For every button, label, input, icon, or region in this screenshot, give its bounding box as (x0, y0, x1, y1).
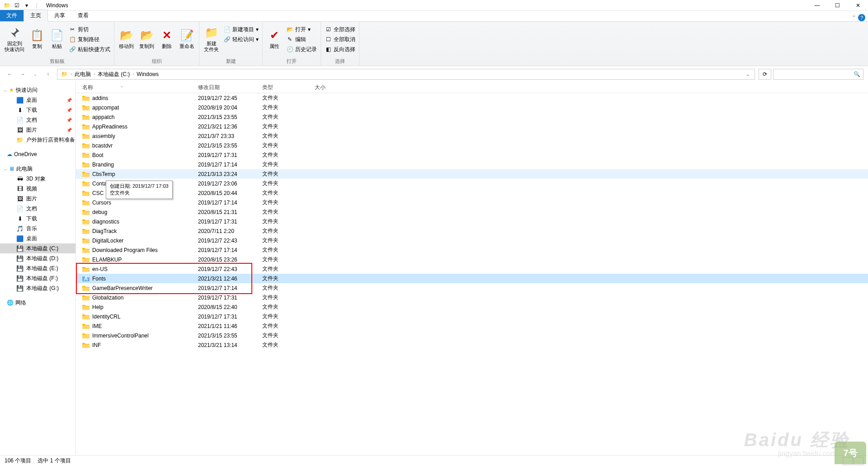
minimize-button[interactable]: — (807, 0, 827, 11)
thumbnails-view-button[interactable] (854, 457, 863, 465)
file-row[interactable]: debug2020/8/15 21:31文件夹 (76, 207, 868, 217)
item-icon: 🟦 (16, 96, 24, 104)
easy-access-button[interactable]: 🔗轻松访问▾ (222, 34, 260, 44)
network-header[interactable]: ›🌐网络 (0, 298, 75, 308)
recent-dropdown[interactable]: ⌄ (30, 69, 41, 80)
file-row[interactable]: bcastdvr2021/3/15 23:55文件夹 (76, 141, 868, 150)
sidebar-item[interactable]: 📄文档📌 (0, 115, 75, 125)
sidebar-item[interactable]: 🖼图片 (0, 194, 75, 204)
file-row[interactable]: Boot2019/12/7 17:31文件夹 (76, 150, 868, 160)
file-row[interactable]: ELAMBKUP2020/8/15 23:26文件夹 (76, 255, 868, 264)
open-button[interactable]: 📂打开▾ (284, 24, 319, 34)
this-pc-header[interactable]: ⌄🖥此电脑 (0, 164, 75, 174)
sidebar-item[interactable]: 🎵音乐 (0, 223, 75, 233)
file-row[interactable]: IdentityCRL2019/12/7 17:31文件夹 (76, 312, 868, 321)
sidebar-item[interactable]: 💾本地磁盘 (C:) (0, 243, 75, 253)
file-row[interactable]: Help2020/8/15 22:40文件夹 (76, 302, 868, 312)
tab-file[interactable]: 文件 (0, 10, 24, 21)
paste-button[interactable]: 📄 粘贴 (47, 23, 67, 55)
copy-path-button[interactable]: 📋复制路径 (67, 34, 112, 44)
forward-button[interactable]: → (17, 69, 28, 80)
copy-to-button[interactable]: 📂复制到 (137, 23, 157, 55)
select-all-button[interactable]: ☑全部选择 (323, 24, 357, 34)
navigation-tree[interactable]: ⌄★快速访问 🟦桌面📌⬇下载📌📄文档📌🖼图片📌📁户外旅行店资料准备 ›☁OneD… (0, 82, 76, 455)
file-row[interactable]: DiagTrack2020/7/11 2:20文件夹 (76, 226, 868, 236)
file-row[interactable]: Downloaded Program Files2019/12/7 17:14文… (76, 245, 868, 255)
copy-button[interactable]: 📋 复制 (27, 23, 47, 55)
column-name[interactable]: 名称⌃ (76, 84, 193, 91)
sidebar-item[interactable]: 💾本地磁盘 (D:) (0, 253, 75, 263)
file-row[interactable]: Branding2019/12/7 17:14文件夹 (76, 160, 868, 169)
sidebar-item[interactable]: ⬇下载 (0, 214, 75, 223)
tab-share[interactable]: 共享 (48, 10, 71, 21)
sidebar-item[interactable]: 🟦桌面📌 (0, 95, 75, 105)
search-input[interactable]: 🔍 (773, 69, 863, 80)
breadcrumb[interactable]: 📁 › 此电脑 › 本地磁盘 (C:) › Windows ⌄ (57, 69, 755, 80)
file-row[interactable]: Containers2019/12/7 23:06文件夹 (76, 179, 868, 188)
rename-button[interactable]: 📝重命名 (177, 23, 197, 55)
file-row[interactable]: Cursors2019/12/7 17:14文件夹 (76, 198, 868, 207)
sidebar-item[interactable]: 📁户外旅行店资料准备 (0, 135, 75, 145)
file-row[interactable]: assembly2021/3/7 23:33文件夹 (76, 131, 868, 141)
help-icon[interactable]: ? (858, 14, 865, 21)
crumb-item[interactable]: 本地磁盘 (C:) (96, 70, 132, 79)
sidebar-item[interactable]: 🕶3D 对象 (0, 174, 75, 184)
sidebar-item[interactable]: 🎞视频 (0, 184, 75, 194)
file-row[interactable]: INF2021/3/21 13:14文件夹 (76, 340, 868, 350)
onedrive-header[interactable]: ›☁OneDrive (0, 149, 75, 159)
sidebar-item[interactable]: 💾本地磁盘 (F:) (0, 273, 75, 283)
edit-button[interactable]: ✎编辑 (284, 34, 319, 44)
back-button[interactable]: ← (5, 69, 15, 80)
file-row[interactable]: en-US2019/12/7 22:43文件夹 (76, 264, 868, 274)
sidebar-item[interactable]: 📄文档 (0, 204, 75, 214)
file-row[interactable]: IME2021/1/21 11:46文件夹 (76, 321, 868, 331)
file-row[interactable]: addins2019/12/7 22:45文件夹 (76, 93, 868, 103)
sidebar-item[interactable]: 💾本地磁盘 (E:) (0, 263, 75, 273)
new-folder-button[interactable]: 📁新建 文件夹 (201, 23, 222, 55)
cut-button[interactable]: ✂剪切 (67, 24, 112, 34)
column-size[interactable]: 大小 (310, 84, 346, 91)
file-row[interactable]: CSC2020/8/15 20:44文件夹 (76, 188, 868, 198)
properties-button[interactable]: ✔属性 (264, 23, 284, 55)
file-row[interactable]: AFonts2021/3/21 12:46文件夹 (76, 274, 868, 283)
history-button[interactable]: 🕘历史记录 (284, 44, 319, 54)
sidebar-item[interactable]: 🟦桌面 (0, 233, 75, 243)
up-button[interactable]: ↑ (42, 69, 53, 80)
qat-checkbox-icon[interactable]: ☑ (12, 0, 22, 10)
move-to-button[interactable]: 📂移动到 (116, 23, 137, 55)
crumb-item[interactable]: 此电脑 (73, 70, 93, 79)
pin-icon (7, 25, 22, 40)
tab-view[interactable]: 查看 (71, 10, 95, 21)
chevron-down-icon[interactable]: ⌄ (743, 71, 753, 77)
details-view-button[interactable] (843, 457, 853, 465)
file-row[interactable]: appcompat2020/8/19 20:04文件夹 (76, 103, 868, 112)
new-item-button[interactable]: 📄新建项目▾ (222, 24, 260, 34)
file-row[interactable]: CbsTemp2021/3/13 23:24文件夹 (76, 169, 868, 179)
file-row[interactable]: DigitalLocker2019/12/7 22:43文件夹 (76, 236, 868, 245)
qat-dropdown-icon[interactable]: ▾ (22, 0, 32, 10)
sidebar-item[interactable]: ⬇下载📌 (0, 105, 75, 115)
quick-access-header[interactable]: ⌄★快速访问 (0, 85, 75, 95)
file-row[interactable]: AppReadiness2021/3/21 12:36文件夹 (76, 122, 868, 131)
file-row[interactable]: Globalization2019/12/7 17:31文件夹 (76, 293, 868, 302)
file-row[interactable]: apppatch2021/3/15 23:55文件夹 (76, 112, 868, 122)
file-row[interactable]: ImmersiveControlPanel2021/3/15 23:55文件夹 (76, 331, 868, 340)
column-date[interactable]: 修改日期 (193, 84, 258, 91)
paste-shortcut-button[interactable]: 🔗粘贴快捷方式 (67, 44, 112, 54)
sidebar-item[interactable]: 💾本地磁盘 (G:) (0, 283, 75, 293)
column-type[interactable]: 类型 (258, 84, 310, 91)
delete-button[interactable]: ✕删除 (157, 23, 177, 55)
tab-home[interactable]: 主页 (24, 10, 48, 22)
crumb-item[interactable]: Windows (135, 70, 160, 78)
selection-count: 选中 1 个项目 (38, 457, 71, 465)
file-row[interactable]: diagnostics2019/12/7 17:31文件夹 (76, 217, 868, 226)
pin-quick-access-button[interactable]: 固定到 快速访问 (2, 23, 27, 55)
invert-selection-button[interactable]: ◧反向选择 (323, 44, 357, 54)
select-none-button[interactable]: ☐全部取消 (323, 34, 357, 44)
chevron-up-icon[interactable]: ⌃ (852, 14, 856, 21)
maximize-button[interactable]: ☐ (827, 0, 848, 11)
sidebar-item[interactable]: 🖼图片📌 (0, 125, 75, 135)
close-button[interactable]: ✕ (848, 0, 868, 11)
file-row[interactable]: GameBarPresenceWriter2019/12/7 17:14文件夹 (76, 283, 868, 293)
refresh-button[interactable]: ⟳ (759, 69, 771, 80)
